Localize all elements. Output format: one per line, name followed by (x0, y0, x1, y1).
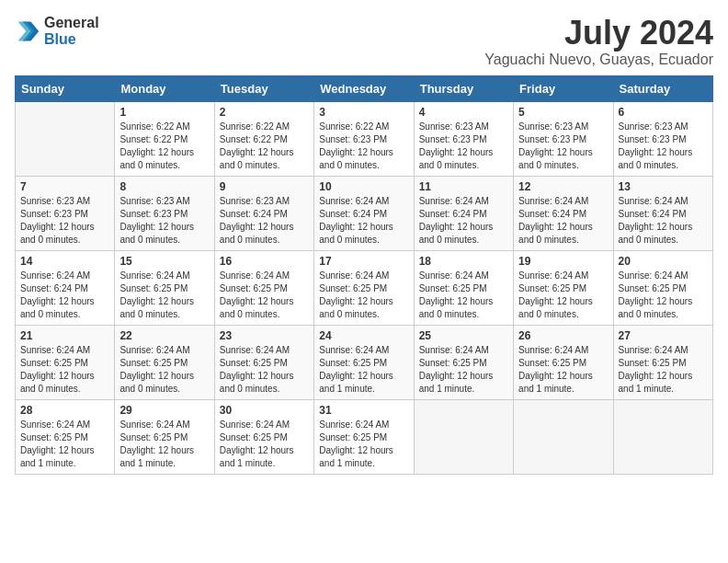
day-info: Sunrise: 6:24 AM Sunset: 6:25 PM Dayligh… (20, 419, 109, 470)
calendar-cell: 4Sunrise: 6:23 AM Sunset: 6:23 PM Daylig… (414, 101, 513, 176)
day-info: Sunrise: 6:23 AM Sunset: 6:23 PM Dayligh… (619, 121, 708, 172)
day-info: Sunrise: 6:24 AM Sunset: 6:25 PM Dayligh… (220, 270, 309, 321)
calendar-cell: 21Sunrise: 6:24 AM Sunset: 6:25 PM Dayli… (16, 325, 115, 399)
day-number: 28 (20, 404, 109, 417)
calendar-cell: 22Sunrise: 6:24 AM Sunset: 6:25 PM Dayli… (115, 325, 214, 399)
day-info: Sunrise: 6:24 AM Sunset: 6:25 PM Dayligh… (319, 270, 408, 321)
header-monday: Monday (115, 75, 214, 101)
calendar-cell: 16Sunrise: 6:24 AM Sunset: 6:25 PM Dayli… (214, 250, 313, 325)
calendar-week-3: 21Sunrise: 6:24 AM Sunset: 6:25 PM Dayli… (16, 325, 713, 399)
day-info: Sunrise: 6:22 AM Sunset: 6:23 PM Dayligh… (319, 121, 408, 172)
header-sunday: Sunday (16, 75, 115, 101)
day-number: 27 (619, 329, 708, 342)
calendar-cell: 18Sunrise: 6:24 AM Sunset: 6:25 PM Dayli… (414, 250, 513, 325)
calendar-cell (414, 399, 513, 474)
day-info: Sunrise: 6:24 AM Sunset: 6:24 PM Dayligh… (419, 195, 508, 247)
calendar-week-4: 28Sunrise: 6:24 AM Sunset: 6:25 PM Dayli… (16, 399, 713, 474)
header-wednesday: Wednesday (314, 75, 414, 101)
day-number: 30 (220, 404, 309, 417)
day-info: Sunrise: 6:24 AM Sunset: 6:25 PM Dayligh… (319, 419, 408, 470)
header-saturday: Saturday (613, 75, 712, 101)
header-friday: Friday (514, 75, 613, 101)
location-title: Yaguachi Nuevo, Guayas, Ecuador (484, 52, 713, 68)
calendar-cell (613, 399, 712, 474)
day-number: 14 (20, 255, 109, 268)
calendar-cell: 9Sunrise: 6:23 AM Sunset: 6:24 PM Daylig… (214, 176, 313, 250)
day-info: Sunrise: 6:24 AM Sunset: 6:25 PM Dayligh… (119, 270, 209, 321)
day-number: 17 (319, 255, 408, 268)
calendar-cell: 31Sunrise: 6:24 AM Sunset: 6:25 PM Dayli… (314, 399, 414, 474)
header-thursday: Thursday (414, 75, 513, 101)
calendar-cell: 14Sunrise: 6:24 AM Sunset: 6:24 PM Dayli… (16, 250, 115, 325)
day-info: Sunrise: 6:24 AM Sunset: 6:25 PM Dayligh… (20, 344, 109, 396)
day-number: 9 (220, 180, 309, 193)
day-info: Sunrise: 6:24 AM Sunset: 6:25 PM Dayligh… (220, 419, 309, 470)
day-info: Sunrise: 6:22 AM Sunset: 6:22 PM Dayligh… (220, 121, 309, 172)
day-number: 11 (419, 180, 508, 193)
day-number: 26 (518, 329, 608, 342)
day-number: 12 (518, 180, 608, 193)
calendar-cell: 15Sunrise: 6:24 AM Sunset: 6:25 PM Dayli… (115, 250, 214, 325)
day-info: Sunrise: 6:24 AM Sunset: 6:25 PM Dayligh… (518, 344, 608, 396)
calendar-cell: 3Sunrise: 6:22 AM Sunset: 6:23 PM Daylig… (314, 101, 414, 176)
calendar-week-0: 1Sunrise: 6:22 AM Sunset: 6:22 PM Daylig… (16, 101, 713, 176)
day-number: 8 (119, 180, 209, 193)
calendar-cell: 13Sunrise: 6:24 AM Sunset: 6:24 PM Dayli… (613, 176, 712, 250)
day-info: Sunrise: 6:24 AM Sunset: 6:25 PM Dayligh… (220, 344, 309, 396)
day-info: Sunrise: 6:23 AM Sunset: 6:24 PM Dayligh… (220, 195, 309, 247)
day-info: Sunrise: 6:23 AM Sunset: 6:23 PM Dayligh… (20, 195, 109, 247)
day-number: 22 (119, 329, 209, 342)
day-info: Sunrise: 6:24 AM Sunset: 6:25 PM Dayligh… (119, 419, 209, 470)
day-number: 1 (119, 106, 209, 119)
day-number: 6 (619, 106, 708, 119)
calendar-header: SundayMondayTuesdayWednesdayThursdayFrid… (16, 75, 713, 101)
day-info: Sunrise: 6:24 AM Sunset: 6:25 PM Dayligh… (119, 344, 209, 396)
calendar-cell: 12Sunrise: 6:24 AM Sunset: 6:24 PM Dayli… (514, 176, 613, 250)
day-info: Sunrise: 6:24 AM Sunset: 6:25 PM Dayligh… (518, 270, 608, 321)
day-number: 20 (619, 255, 708, 268)
header-row: SundayMondayTuesdayWednesdayThursdayFrid… (16, 75, 713, 101)
title-area: July 2024 Yaguachi Nuevo, Guayas, Ecuado… (484, 15, 713, 68)
month-title: July 2024 (484, 15, 713, 52)
calendar-cell: 6Sunrise: 6:23 AM Sunset: 6:23 PM Daylig… (613, 101, 712, 176)
day-info: Sunrise: 6:23 AM Sunset: 6:23 PM Dayligh… (419, 121, 508, 172)
day-number: 18 (419, 255, 508, 268)
day-number: 29 (119, 404, 209, 417)
day-info: Sunrise: 6:24 AM Sunset: 6:25 PM Dayligh… (319, 344, 408, 396)
day-info: Sunrise: 6:24 AM Sunset: 6:24 PM Dayligh… (619, 195, 708, 247)
day-info: Sunrise: 6:22 AM Sunset: 6:22 PM Dayligh… (119, 121, 209, 172)
day-number: 7 (20, 180, 109, 193)
calendar-cell: 26Sunrise: 6:24 AM Sunset: 6:25 PM Dayli… (514, 325, 613, 399)
calendar-cell: 2Sunrise: 6:22 AM Sunset: 6:22 PM Daylig… (214, 101, 313, 176)
logo: General Blue (15, 15, 99, 47)
day-info: Sunrise: 6:23 AM Sunset: 6:23 PM Dayligh… (518, 121, 608, 172)
day-info: Sunrise: 6:23 AM Sunset: 6:23 PM Dayligh… (119, 195, 209, 247)
day-number: 31 (319, 404, 408, 417)
day-info: Sunrise: 6:24 AM Sunset: 6:25 PM Dayligh… (419, 270, 508, 321)
header-tuesday: Tuesday (214, 75, 313, 101)
calendar-cell (514, 399, 613, 474)
calendar-cell (16, 101, 115, 176)
day-info: Sunrise: 6:24 AM Sunset: 6:25 PM Dayligh… (619, 344, 708, 396)
calendar-body: 1Sunrise: 6:22 AM Sunset: 6:22 PM Daylig… (16, 101, 713, 474)
calendar-cell: 25Sunrise: 6:24 AM Sunset: 6:25 PM Dayli… (414, 325, 513, 399)
calendar-cell: 11Sunrise: 6:24 AM Sunset: 6:24 PM Dayli… (414, 176, 513, 250)
day-number: 5 (518, 106, 608, 119)
calendar-cell: 20Sunrise: 6:24 AM Sunset: 6:25 PM Dayli… (613, 250, 712, 325)
logo-icon (15, 18, 40, 44)
day-info: Sunrise: 6:24 AM Sunset: 6:24 PM Dayligh… (319, 195, 408, 247)
calendar-cell: 1Sunrise: 6:22 AM Sunset: 6:22 PM Daylig… (115, 101, 214, 176)
day-number: 25 (419, 329, 508, 342)
day-number: 24 (319, 329, 408, 342)
day-info: Sunrise: 6:24 AM Sunset: 6:24 PM Dayligh… (518, 195, 608, 247)
header: General Blue July 2024 Yaguachi Nuevo, G… (15, 15, 713, 68)
logo-text: General Blue (44, 15, 99, 47)
logo-general-text: General (44, 15, 99, 31)
calendar-cell: 28Sunrise: 6:24 AM Sunset: 6:25 PM Dayli… (16, 399, 115, 474)
day-info: Sunrise: 6:24 AM Sunset: 6:25 PM Dayligh… (619, 270, 708, 321)
day-number: 3 (319, 106, 408, 119)
calendar-cell: 29Sunrise: 6:24 AM Sunset: 6:25 PM Dayli… (115, 399, 214, 474)
day-number: 16 (220, 255, 309, 268)
logo-blue-text: Blue (44, 31, 99, 48)
calendar-cell: 17Sunrise: 6:24 AM Sunset: 6:25 PM Dayli… (314, 250, 414, 325)
